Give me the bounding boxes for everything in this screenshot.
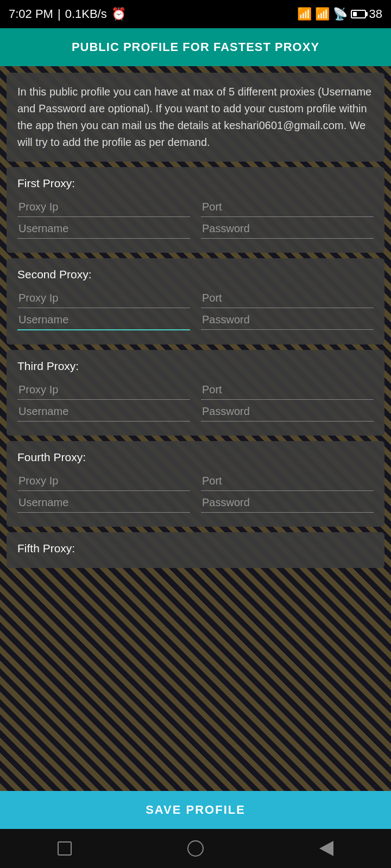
proxy-1-title: First Proxy: bbox=[17, 177, 374, 190]
info-text: In this public profile you can have at m… bbox=[17, 84, 374, 151]
status-left: 7:02 PM | 0.1KB/s ⏰ bbox=[9, 7, 126, 21]
proxy-4-port-input[interactable] bbox=[201, 471, 374, 491]
alarm-icon: ⏰ bbox=[111, 7, 126, 21]
save-profile-button[interactable]: SAVE PROFILE bbox=[12, 803, 379, 817]
proxy-1-username-input[interactable] bbox=[17, 219, 190, 239]
recent-apps-icon bbox=[58, 841, 72, 856]
proxy-4-port-field bbox=[201, 471, 374, 491]
proxy-1-row-1 bbox=[17, 197, 374, 217]
separator: | bbox=[58, 7, 61, 21]
proxy-card-1: First Proxy: bbox=[7, 167, 384, 253]
signal-icon-2: 📶 bbox=[315, 7, 330, 21]
proxy-4-username-input[interactable] bbox=[17, 493, 190, 513]
proxy-card-5: Fifth Proxy: bbox=[7, 532, 384, 568]
proxy-5-title: Fifth Proxy: bbox=[17, 542, 374, 555]
proxy-3-username-input[interactable] bbox=[17, 402, 190, 422]
proxy-2-username-input[interactable] bbox=[17, 310, 190, 330]
proxy-4-row-1 bbox=[17, 471, 374, 491]
proxy-1-password-field bbox=[201, 219, 374, 239]
proxy-2-row-2 bbox=[17, 310, 374, 330]
nav-recent-button[interactable] bbox=[58, 841, 72, 856]
proxy-card-3: Third Proxy: bbox=[7, 350, 384, 436]
proxy-2-ip-field bbox=[17, 289, 190, 308]
back-icon bbox=[319, 841, 333, 856]
signal-icon: 📶 bbox=[297, 7, 312, 21]
page-title: PUBLIC PROFILE FOR FASTEST PROXY bbox=[9, 40, 382, 54]
battery-icon bbox=[351, 10, 366, 18]
proxy-4-password-field bbox=[201, 493, 374, 513]
proxy-3-ip-field bbox=[17, 380, 190, 400]
proxy-1-password-input[interactable] bbox=[201, 219, 374, 239]
battery-fill bbox=[353, 12, 357, 16]
nav-back-button[interactable] bbox=[319, 841, 333, 856]
proxy-4-row-2 bbox=[17, 493, 374, 513]
home-icon bbox=[187, 840, 204, 857]
proxy-2-password-input[interactable] bbox=[201, 310, 374, 330]
main-content: In this public profile you can have at m… bbox=[0, 66, 391, 791]
proxy-3-password-field bbox=[201, 402, 374, 422]
proxy-4-password-input[interactable] bbox=[201, 493, 374, 513]
speed-display: 0.1KB/s bbox=[65, 7, 107, 21]
proxy-1-port-input[interactable] bbox=[201, 197, 374, 217]
proxy-1-ip-field bbox=[17, 197, 190, 217]
nav-home-button[interactable] bbox=[187, 840, 204, 857]
proxy-1-username-field bbox=[17, 219, 190, 239]
proxy-1-ip-input[interactable] bbox=[17, 197, 190, 217]
app-header: PUBLIC PROFILE FOR FASTEST PROXY bbox=[0, 28, 391, 66]
proxy-3-username-field bbox=[17, 402, 190, 422]
proxy-2-username-field bbox=[17, 310, 190, 330]
proxy-2-ip-input[interactable] bbox=[17, 289, 190, 308]
nav-bar bbox=[0, 829, 391, 868]
proxy-3-ip-input[interactable] bbox=[17, 380, 190, 400]
proxy-4-ip-field bbox=[17, 471, 190, 491]
proxy-3-title: Third Proxy: bbox=[17, 360, 374, 373]
proxy-3-row-1 bbox=[17, 380, 374, 400]
proxy-4-ip-input[interactable] bbox=[17, 471, 190, 491]
proxy-2-title: Second Proxy: bbox=[17, 268, 374, 281]
proxy-4-username-field bbox=[17, 493, 190, 513]
proxy-1-row-2 bbox=[17, 219, 374, 239]
proxy-2-port-field bbox=[201, 289, 374, 308]
proxy-2-row-1 bbox=[17, 289, 374, 308]
status-bar: 7:02 PM | 0.1KB/s ⏰ 📶 📶 📡 38 bbox=[0, 0, 391, 28]
status-right: 📶 📶 📡 38 bbox=[297, 7, 382, 21]
wifi-icon: 📡 bbox=[333, 7, 348, 21]
proxy-1-port-field bbox=[201, 197, 374, 217]
info-card: In this public profile you can have at m… bbox=[7, 73, 384, 162]
proxy-2-port-input[interactable] bbox=[201, 289, 374, 308]
proxy-4-title: Fourth Proxy: bbox=[17, 451, 374, 464]
proxy-card-4: Fourth Proxy: bbox=[7, 441, 384, 527]
proxy-3-password-input[interactable] bbox=[201, 402, 374, 422]
proxy-3-port-input[interactable] bbox=[201, 380, 374, 400]
proxy-card-2: Second Proxy: bbox=[7, 258, 384, 344]
save-bar: SAVE PROFILE bbox=[0, 791, 391, 829]
time-display: 7:02 PM bbox=[9, 7, 53, 21]
proxy-2-password-field bbox=[201, 310, 374, 330]
proxy-3-row-2 bbox=[17, 402, 374, 422]
battery-percent: 38 bbox=[369, 7, 382, 21]
proxy-3-port-field bbox=[201, 380, 374, 400]
